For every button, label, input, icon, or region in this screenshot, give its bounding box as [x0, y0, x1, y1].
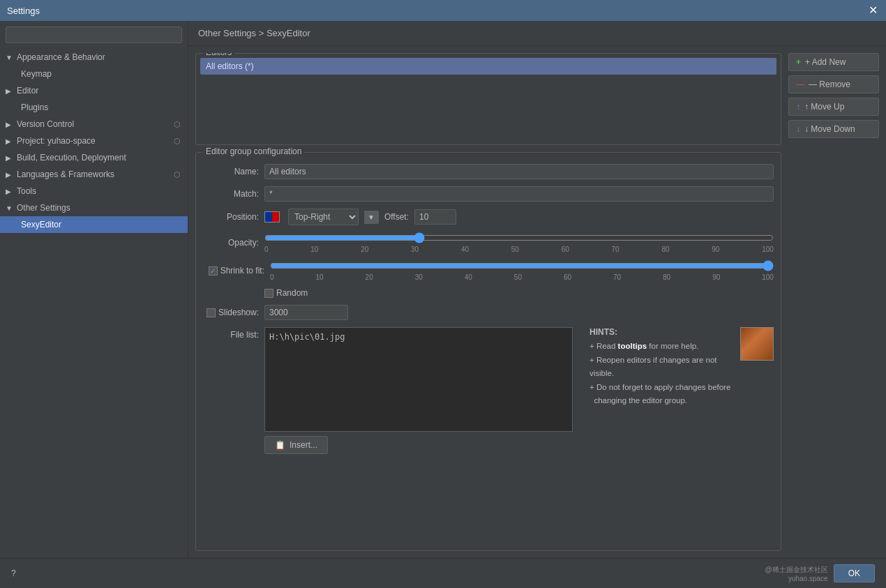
editors-group: Editors All editors (*)	[195, 53, 781, 145]
expand-arrow: ▶	[6, 171, 13, 179]
sidebar-item-label: Tools	[17, 186, 36, 196]
vcs-icon: ⬡	[174, 120, 181, 129]
avatar-image	[740, 327, 774, 361]
search-input[interactable]	[6, 27, 182, 43]
random-checkbox[interactable]	[264, 289, 273, 298]
ok-button[interactable]: OK	[834, 564, 875, 582]
expand-arrow: ▶	[6, 121, 13, 128]
close-button[interactable]: ✕	[867, 5, 879, 16]
dialog-title: Settings	[7, 6, 40, 16]
editors-group-title: Editors	[203, 53, 234, 57]
minus-icon: —	[796, 80, 804, 89]
offset-input[interactable]	[414, 209, 456, 225]
shrink-slider[interactable]	[270, 260, 774, 271]
flag-icon	[264, 211, 280, 223]
hints-text: HINTS: + Read tooltips for more help. + …	[590, 327, 735, 408]
help-icon[interactable]: ?	[11, 568, 16, 578]
sidebar-item-label: SexyEditor	[21, 220, 61, 229]
file-list-label: File list:	[203, 327, 259, 340]
plus-icon: +	[796, 57, 801, 67]
breadcrumb: Other Settings > SexyEditor	[188, 21, 886, 46]
config-group-title: Editor group configuration	[203, 146, 304, 156]
config-form: Name: Match: Position:	[196, 153, 781, 468]
main-content-area: ▼ Appearance & Behavior Keymap ▶ Editor …	[0, 21, 886, 558]
sidebar-item-label: Keymap	[21, 69, 52, 79]
sidebar-item-keymap[interactable]: Keymap	[0, 66, 188, 82]
content-panels: Editors All editors (*) Editor group con…	[188, 46, 886, 558]
expand-arrow: ▼	[6, 204, 13, 212]
expand-arrow: ▶	[6, 87, 13, 95]
sidebar-item-project[interactable]: ▶ Project: yuhao-space ⬡	[0, 133, 188, 149]
position-select[interactable]: Top-Right Top-Left Bottom-Right Bottom-L…	[288, 209, 359, 225]
sidebar-item-version-control[interactable]: ▶ Version Control ⬡	[0, 116, 188, 133]
random-label: Random	[276, 288, 308, 298]
shrink-tick-labels: 0102030405060708090100	[270, 273, 774, 281]
sidebar: ▼ Appearance & Behavior Keymap ▶ Editor …	[0, 21, 188, 558]
arrow-up-icon: ↑	[796, 102, 800, 112]
hints-lines: + Read tooltips for more help. + Reopen …	[590, 340, 735, 408]
shrink-slider-container: 0102030405060708090100	[270, 260, 774, 281]
sidebar-item-label: Other Settings	[17, 203, 70, 213]
sidebar-item-editor[interactable]: ▶ Editor	[0, 82, 188, 99]
sidebar-item-label: Version Control	[17, 119, 74, 129]
slideshow-checkbox[interactable]	[207, 308, 216, 317]
random-check-wrap: Random	[264, 288, 308, 298]
remove-button[interactable]: — — Remove	[788, 75, 879, 93]
move-down-button[interactable]: ↓ ↓ Move Down	[788, 120, 879, 138]
main-area: Other Settings > SexyEditor Editors All …	[188, 21, 886, 558]
hints-title: HINTS:	[590, 327, 735, 337]
insert-button[interactable]: 📋 Insert...	[264, 436, 328, 454]
tooltips-bold: tooltips	[618, 342, 647, 350]
slideshow-input[interactable]	[264, 305, 348, 320]
shrink-checkbox[interactable]	[209, 266, 218, 276]
file-list-row: File list: H:\h\pic\01.jpg 📋 Insert...	[203, 327, 774, 454]
hint-line-4: changing the editor group.	[590, 394, 735, 408]
opacity-label: Opacity:	[203, 238, 259, 248]
opacity-row: Opacity: 0102030405060708090100	[203, 232, 774, 253]
sidebar-item-languages[interactable]: ▶ Languages & Frameworks ⬡	[0, 166, 188, 183]
slideshow-row: Slideshow:	[203, 305, 774, 320]
lang-icon: ⬡	[174, 170, 181, 179]
position-dropdown-arrow[interactable]: ▼	[364, 211, 379, 224]
name-row: Name:	[203, 164, 774, 179]
sidebar-item-label: Project: yuhao-space	[17, 136, 96, 146]
editor-list-item[interactable]: All editors (*)	[200, 58, 776, 75]
watermark: @稀土掘金技术社区yuhao.space	[765, 565, 828, 582]
shrink-label: Shrink to fit:	[220, 266, 264, 276]
hint-line-2: + Reopen editors if changes are not visi…	[590, 354, 735, 381]
position-controls: Top-Right Top-Left Bottom-Right Bottom-L…	[264, 209, 774, 225]
position-label: Position:	[203, 212, 259, 222]
sidebar-item-sexy-editor[interactable]: SexyEditor	[0, 216, 188, 233]
sidebar-item-plugins[interactable]: Plugins	[0, 99, 188, 116]
hints-panel: HINTS: + Read tooltips for more help. + …	[578, 327, 774, 408]
left-panel: Editors All editors (*) Editor group con…	[195, 53, 781, 551]
move-up-button[interactable]: ↑ ↑ Move Up	[788, 98, 879, 116]
hint-line-3: + Do not forget to apply changes before	[590, 381, 735, 395]
sidebar-item-label: Languages & Frameworks	[17, 169, 114, 179]
opacity-tick-labels: 0102030405060708090100	[264, 246, 774, 253]
sidebar-item-tools[interactable]: ▶ Tools	[0, 183, 188, 199]
sidebar-item-other-settings[interactable]: ▼ Other Settings	[0, 199, 188, 216]
sidebar-item-label: Appearance & Behavior	[17, 52, 105, 62]
name-label: Name:	[203, 167, 259, 176]
opacity-slider[interactable]	[264, 232, 774, 243]
project-icon: ⬡	[174, 137, 181, 146]
arrow-down-icon: ↓	[796, 124, 800, 134]
sidebar-item-label: Build, Execution, Deployment	[17, 153, 126, 163]
file-list-area-wrap: H:\h\pic\01.jpg 📋 Insert...	[264, 327, 573, 454]
shrink-row: Shrink to fit: 0102030405060708090100	[203, 260, 774, 281]
name-input[interactable]	[264, 164, 774, 179]
random-row: Random	[203, 288, 774, 298]
offset-label: Offset:	[384, 212, 409, 222]
match-label: Match:	[203, 189, 259, 199]
sidebar-item-build[interactable]: ▶ Build, Execution, Deployment	[0, 149, 188, 166]
sidebar-item-appearance[interactable]: ▼ Appearance & Behavior	[0, 49, 188, 66]
match-input[interactable]	[264, 186, 774, 202]
config-group: Editor group configuration Name: Match:	[195, 152, 781, 551]
position-row: Position: Top-Right Top-Left Bottom-Righ…	[203, 209, 774, 225]
expand-arrow: ▶	[6, 188, 13, 195]
match-row: Match:	[203, 186, 774, 202]
insert-icon: 📋	[275, 440, 285, 450]
file-list-textarea[interactable]: H:\h\pic\01.jpg	[264, 327, 573, 432]
add-new-button[interactable]: + + Add New	[788, 53, 879, 71]
